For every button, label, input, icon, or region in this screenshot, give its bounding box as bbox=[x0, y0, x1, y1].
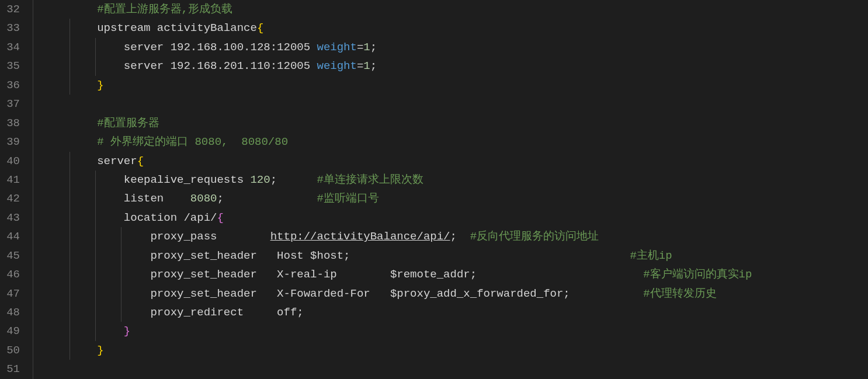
indent-guide bbox=[70, 265, 70, 284]
token: weight bbox=[317, 60, 357, 72]
token: server bbox=[97, 155, 137, 168]
indent-guide bbox=[121, 303, 121, 322]
code-line[interactable]: # 外界绑定的端口 8080, 8080/80 bbox=[44, 133, 868, 151]
line-number: 45 bbox=[6, 246, 20, 265]
token: ; bbox=[370, 60, 377, 72]
code-line[interactable]: proxy_set_header Host $host; #主机ip bbox=[44, 246, 868, 265]
code-text: proxy_pass http://activityBalance/api/; … bbox=[44, 230, 599, 243]
code-line[interactable]: listen 8080; #监听端口号 bbox=[44, 189, 868, 208]
code-line[interactable]: #配置服务器 bbox=[44, 114, 868, 133]
token: location /api/ bbox=[124, 211, 217, 224]
code-line[interactable]: proxy_pass http://activityBalance/api/; … bbox=[44, 227, 868, 246]
code-text: server 192.168.100.128:12005 weight=1; bbox=[44, 41, 377, 54]
token: proxy_set_header X-Fowarded-For $proxy_a… bbox=[150, 287, 643, 300]
indent-guide bbox=[70, 303, 70, 322]
code-text: server 192.168.201.110:12005 weight=1; bbox=[44, 60, 377, 72]
token: 1 bbox=[363, 60, 370, 72]
indent-guide bbox=[95, 265, 96, 284]
code-line[interactable]: keepalive_requests 120; #单连接请求上限次数 bbox=[44, 171, 868, 189]
indent-guide bbox=[121, 227, 121, 246]
token: { bbox=[137, 155, 144, 168]
code-line[interactable]: } bbox=[44, 341, 868, 360]
token: listen bbox=[124, 192, 190, 205]
indent-guide bbox=[95, 303, 96, 322]
token: #单连接请求上限次数 bbox=[317, 173, 423, 186]
token: keepalive_requests bbox=[124, 173, 251, 186]
token: server bbox=[124, 60, 171, 72]
indent-guide bbox=[95, 57, 96, 75]
code-line[interactable]: server{ bbox=[44, 152, 868, 171]
indent-guide bbox=[70, 19, 70, 37]
indent-guide bbox=[121, 265, 121, 284]
line-number: 42 bbox=[6, 189, 20, 208]
code-line[interactable]: upstream activityBalance{ bbox=[44, 19, 868, 37]
token: 1 bbox=[363, 41, 370, 54]
indent-guide bbox=[95, 227, 96, 246]
token: = bbox=[357, 41, 363, 54]
indent-guide bbox=[95, 208, 96, 227]
line-number: 41 bbox=[6, 171, 20, 189]
code-text: #配置服务器 bbox=[44, 117, 159, 130]
token: { bbox=[217, 211, 223, 224]
indent-guide bbox=[70, 208, 70, 227]
code-text: location /api/{ bbox=[44, 211, 224, 224]
code-area[interactable]: #配置上游服务器,形成负载 upstream activityBalance{ … bbox=[33, 0, 868, 379]
code-line[interactable] bbox=[44, 95, 868, 113]
indent-guide bbox=[121, 246, 121, 265]
code-line[interactable]: #配置上游服务器,形成负载 bbox=[44, 0, 868, 19]
line-number: 50 bbox=[6, 341, 20, 360]
token: 192.168.100.128:12005 bbox=[171, 41, 317, 54]
token: { bbox=[257, 22, 263, 34]
code-text: keepalive_requests 120; #单连接请求上限次数 bbox=[44, 173, 423, 186]
code-line[interactable]: proxy_redirect off; bbox=[44, 303, 868, 322]
line-number: 40 bbox=[6, 152, 20, 171]
code-text: #配置上游服务器,形成负载 bbox=[44, 3, 232, 16]
line-number: 34 bbox=[6, 38, 20, 57]
line-number: 32 bbox=[6, 0, 20, 19]
line-number: 47 bbox=[6, 284, 20, 303]
token: #反向代理服务的访问地址 bbox=[470, 230, 599, 243]
code-line[interactable]: proxy_set_header X-real-ip $remote_addr;… bbox=[44, 265, 868, 284]
code-text: proxy_redirect off; bbox=[44, 306, 304, 319]
token: proxy_redirect off; bbox=[150, 306, 303, 319]
token: 8080 bbox=[190, 192, 217, 205]
code-text: upstream activityBalance{ bbox=[44, 22, 263, 34]
token: http://activityBalance/api/ bbox=[270, 230, 450, 243]
token: ; bbox=[370, 41, 377, 54]
line-number: 36 bbox=[6, 76, 20, 95]
token: #客户端访问的真实ip bbox=[643, 268, 752, 281]
line-number: 35 bbox=[6, 57, 20, 75]
code-text: listen 8080; #监听端口号 bbox=[44, 192, 379, 205]
code-text: proxy_set_header X-real-ip $remote_addr;… bbox=[44, 268, 752, 281]
line-number: 38 bbox=[6, 114, 20, 133]
indent-guide bbox=[70, 57, 70, 75]
token: #监听端口号 bbox=[317, 192, 379, 205]
token: ; bbox=[450, 230, 470, 243]
token: # 外界绑定的端口 8080, 8080/80 bbox=[97, 135, 288, 148]
indent-guide bbox=[95, 322, 96, 340]
code-line[interactable]: } bbox=[44, 322, 868, 340]
token: = bbox=[357, 60, 363, 72]
code-line[interactable]: location /api/{ bbox=[44, 208, 868, 227]
token: } bbox=[124, 325, 130, 338]
code-line[interactable]: server 192.168.100.128:12005 weight=1; bbox=[44, 38, 868, 57]
indent-guide bbox=[95, 246, 96, 265]
code-line[interactable] bbox=[44, 360, 868, 378]
indent-guide bbox=[70, 76, 70, 95]
code-line[interactable]: } bbox=[44, 76, 868, 95]
code-line[interactable]: server 192.168.201.110:12005 weight=1; bbox=[44, 57, 868, 75]
token: ; bbox=[217, 192, 317, 205]
code-text: } bbox=[44, 344, 104, 357]
token: #代理转发历史 bbox=[643, 287, 716, 300]
code-editor[interactable]: 3233343536373839404142434445464748495051… bbox=[0, 0, 868, 379]
indent-guide bbox=[95, 284, 96, 303]
code-text: server{ bbox=[44, 155, 144, 168]
code-text: proxy_set_header Host $host; #主机ip bbox=[44, 249, 672, 262]
indent-guide bbox=[121, 284, 121, 303]
token: 192.168.201.110:12005 bbox=[171, 60, 317, 72]
code-line[interactable]: proxy_set_header X-Fowarded-For $proxy_a… bbox=[44, 284, 868, 303]
indent-guide bbox=[70, 322, 70, 340]
indent-guide bbox=[70, 284, 70, 303]
code-text: } bbox=[44, 79, 104, 92]
token: proxy_set_header Host $host; bbox=[150, 249, 630, 262]
